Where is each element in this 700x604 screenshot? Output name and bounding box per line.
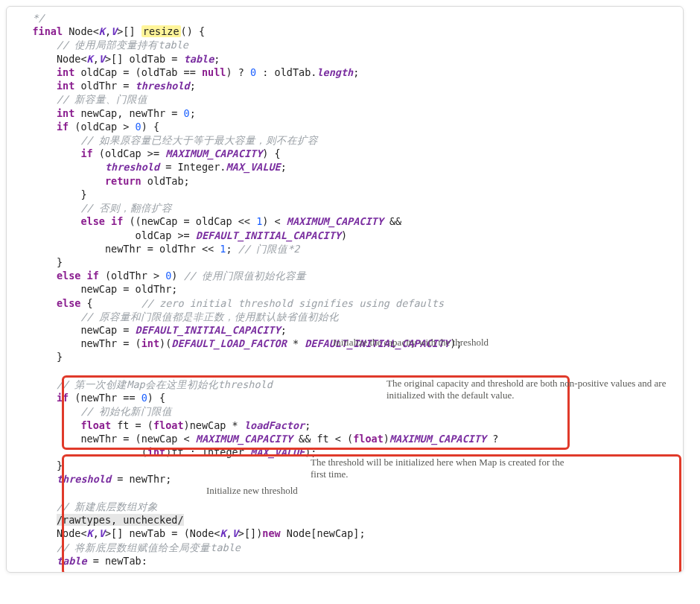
code-card: */ final Node<K,V>[] resize() { // 使用局部变…	[6, 6, 684, 573]
kw-final: final	[32, 25, 63, 37]
suppress-warnings: /rawtypes, unchecked/	[57, 514, 184, 526]
comment: // 使用局部变量持有table	[57, 39, 188, 51]
code-block: */ final Node<K,V>[] resize() { // 使用局部变…	[14, 11, 678, 568]
fn-resize: resize	[141, 25, 181, 37]
comment-close: */	[32, 12, 44, 24]
